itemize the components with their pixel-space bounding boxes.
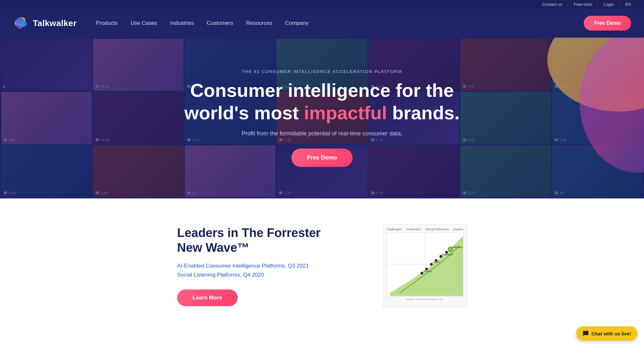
forrester-subtitle-line1: AI-Enabled Consumer Intelligence Platfor…: [177, 263, 309, 269]
hero-content: THE #1 CONSUMER INTELLIGENCE ACCELERATIO…: [178, 63, 466, 173]
hero-decorative-blob: [515, 38, 644, 173]
nav-use-cases[interactable]: Use Cases: [130, 20, 157, 26]
forrester-subtitle: AI-Enabled Consumer Intelligence Platfor…: [177, 261, 345, 279]
hero-title-part2: world's most: [185, 102, 304, 123]
grid-cell: 💬 14.8K: [93, 92, 184, 144]
chat-icon: [582, 330, 589, 333]
learn-more-button[interactable]: Learn More: [177, 289, 238, 306]
svg-text:Rhoze.io: Rhoze.io: [423, 270, 432, 272]
top-bar: Contact us | Free tools | Login | EN: [0, 0, 644, 9]
hero-title: Consumer intelligence for the world's mo…: [185, 79, 460, 124]
nav-products[interactable]: Products: [96, 20, 118, 26]
chart-label-challengers: Challengers: [387, 228, 402, 231]
nav-customers[interactable]: Customers: [207, 20, 233, 26]
hero-subtitle: Profit from the formidable potential of …: [185, 130, 460, 137]
chart-labels: Challengers Contenders Strong Performers…: [387, 228, 463, 231]
grid-cell: ▶: [1, 39, 92, 91]
svg-text:Brandwatch: Brandwatch: [441, 253, 453, 256]
hero-section: ▶ 💬 94.5K 💬 50.1K ↑ 196M 💬 29.6K 💬 25K 💬…: [0, 38, 644, 198]
hero-title-accent: impactful: [304, 102, 387, 123]
login-link[interactable]: Login: [604, 2, 614, 7]
hero-title-part1: Consumer intelligence for the: [190, 80, 454, 101]
lang-selector[interactable]: EN: [625, 2, 631, 7]
forrester-section: Leaders in The Forrester New Wave™ AI-En…: [0, 198, 644, 333]
free-tools-link[interactable]: Free tools: [574, 2, 592, 7]
chart-source: Source: Forrester Research, Inc.: [387, 298, 463, 301]
talkwalker-logo-icon: [13, 15, 29, 31]
hero-title-part3: brands.: [387, 102, 460, 123]
sep3: |: [619, 2, 620, 7]
forrester-subtitle-line2: Social Listening Platforms, Q4 2020: [177, 272, 264, 278]
forrester-text-block: Leaders in The Forrester New Wave™ AI-En…: [177, 226, 345, 306]
logo-link[interactable]: Talkwalker: [13, 15, 77, 31]
nav-free-demo-button[interactable]: Free Demo: [584, 16, 631, 31]
hero-free-demo-button[interactable]: Free Demo: [291, 149, 352, 167]
nav-links: Products Use Cases Industries Customers …: [96, 20, 584, 26]
sep2: |: [597, 2, 598, 7]
chat-widget[interactable]: Chat with us live!: [576, 326, 638, 333]
forrester-chart: Challengers Contenders Strong Performers…: [383, 224, 467, 308]
grid-cell: 💬 94.5K: [93, 39, 184, 91]
chart-area: Talkwalker Brandwatch Sprinklr Rhoze.io: [387, 232, 463, 297]
grid-cell: 💬 N/A: [1, 92, 92, 144]
chart-label-leaders: Leaders: [453, 228, 463, 231]
svg-text:Talkwalker: Talkwalker: [452, 246, 463, 249]
sep1: |: [567, 2, 568, 7]
chat-label: Chat with us live!: [592, 331, 631, 334]
chart-label-strong: Strong Performers: [425, 228, 449, 231]
contact-us-link[interactable]: Contact us: [542, 2, 562, 7]
svg-point-12: [420, 272, 423, 275]
nav-industries[interactable]: Industries: [170, 20, 194, 26]
svg-text:Sprinklr: Sprinklr: [432, 261, 440, 264]
navbar: Talkwalker Products Use Cases Industries…: [0, 9, 644, 38]
chart-label-contenders: Contenders: [406, 228, 421, 231]
grid-cell: 💬 4.9K: [1, 145, 92, 197]
logo-text: Talkwalker: [33, 18, 77, 28]
forrester-title: Leaders in The Forrester New Wave™: [177, 226, 345, 255]
grid-cell: 💬 3.4K: [93, 145, 184, 197]
hero-eyebrow: THE #1 CONSUMER INTELLIGENCE ACCELERATIO…: [185, 69, 460, 74]
nav-resources[interactable]: Resources: [246, 20, 272, 26]
forrester-wave-svg: Talkwalker Brandwatch Sprinklr Rhoze.io: [387, 233, 463, 296]
nav-company[interactable]: Company: [285, 20, 308, 26]
